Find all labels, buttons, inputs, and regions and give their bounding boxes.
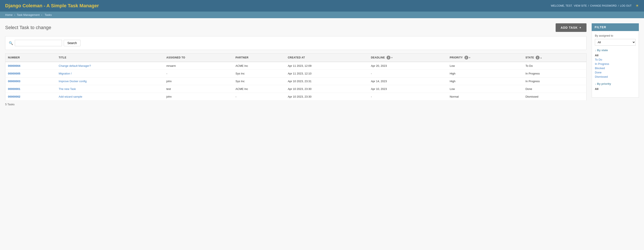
by-assigned-label: By assigned to [595, 34, 636, 37]
search-input[interactable] [15, 40, 62, 46]
page-title: Select Task to change [5, 25, 51, 30]
header-nav: WELCOME, TEST. VIEW SITE / CHANGE PASSWO… [551, 3, 639, 8]
table-row: 00000001 The new Task test ACME Inc Apr … [5, 85, 586, 93]
change-password-link[interactable]: CHANGE PASSWORD [590, 4, 617, 7]
table-row: 00000002 Add wizard sample john - Apr 10… [5, 93, 586, 101]
table-row: 00000004 Change default Manager? mrsarm … [5, 62, 586, 70]
add-task-label: ADD TASK [561, 26, 578, 29]
by-priority-label: ↓ By priority [595, 82, 636, 85]
search-button[interactable]: Search [64, 40, 80, 46]
add-task-button[interactable]: ADD TASK + [556, 23, 586, 32]
priority-filter-all[interactable]: All [595, 87, 598, 91]
task-created-at: Apr 11 2023, 12:10 [285, 70, 368, 78]
task-deadline: - [368, 93, 447, 101]
task-partner: ACME Inc [233, 62, 285, 70]
task-state: Done [523, 85, 586, 93]
col-title[interactable]: TITLE [56, 53, 164, 62]
task-title-link[interactable]: Change default Manager? [59, 64, 91, 67]
col-state[interactable]: STATE 1▲ [523, 53, 586, 62]
view-site-link[interactable]: VIEW SITE [574, 4, 587, 7]
search-bar: 🔍 Search [5, 36, 586, 50]
task-created-at: Apr 10 2023, 23:30 [285, 93, 368, 101]
filter-header: FILTER [592, 23, 639, 31]
task-number-link[interactable]: 00000005 [8, 72, 20, 75]
task-created-at: Apr 10 2023, 23:31 [285, 78, 368, 85]
content-area: Select Task to change ADD TASK + 🔍 Searc… [5, 23, 586, 106]
breadcrumb-tasks: Tasks [44, 13, 52, 16]
task-priority: Low [447, 62, 523, 70]
task-assigned-to: john [164, 93, 233, 101]
col-created-at[interactable]: CREATED AT [285, 53, 368, 62]
table-row: 00000005 Migration ! - Sys Inc Apr 11 20… [5, 70, 586, 78]
task-partner: ACME Inc [233, 85, 285, 93]
task-state: In Progress [523, 70, 586, 78]
priority-filter-links: All [595, 87, 636, 91]
state-filter-in-progress[interactable]: In Progress [595, 62, 609, 66]
col-priority[interactable]: PRIORITY 2▼ [447, 53, 523, 62]
app-header: Django Coleman - A Simple Task Manager W… [0, 0, 644, 11]
assigned-filter-select[interactable]: All john mrsarm test [595, 39, 636, 46]
breadcrumb-task-management[interactable]: Task Management [17, 13, 40, 16]
task-state: In Progress [523, 78, 586, 85]
state-filter-todo[interactable]: To Do [595, 58, 602, 61]
col-assigned-to[interactable]: ASSIGNED TO [164, 53, 233, 62]
task-number-link[interactable]: 00000004 [8, 64, 20, 67]
page-header: Select Task to change ADD TASK + [5, 23, 586, 32]
task-created-at: Apr 10 2023, 23:30 [285, 85, 368, 93]
breadcrumb-home[interactable]: Home [5, 13, 13, 16]
task-assigned-to: mrsarm [164, 62, 233, 70]
breadcrumb: Home › Task Management › Tasks [0, 11, 644, 18]
task-partner: Sys Inc [233, 78, 285, 85]
task-deadline: Apr 20, 2023 [368, 62, 447, 70]
state-filter-links: All To Do In Progress Blocked Done Dismi… [595, 53, 636, 79]
task-partner: Sys Inc [233, 70, 285, 78]
by-state-label: ↓ By state [595, 49, 636, 52]
col-number[interactable]: NUMBER [5, 53, 56, 62]
state-filter-dismissed[interactable]: Dismissed [595, 75, 608, 78]
task-count: 5 Tasks [5, 103, 586, 106]
state-filter-done[interactable]: Done [595, 71, 602, 74]
table-header: NUMBER TITLE ASSIGNED TO PARTNER CREATED… [5, 53, 586, 62]
task-table-body: 00000004 Change default Manager? mrsarm … [5, 62, 586, 101]
state-filter-all[interactable]: All [595, 54, 598, 57]
col-partner[interactable]: PARTNER [233, 53, 285, 62]
task-table: NUMBER TITLE ASSIGNED TO PARTNER CREATED… [5, 53, 586, 101]
add-icon: + [580, 26, 581, 29]
main-container: Select Task to change ADD TASK + 🔍 Searc… [0, 18, 644, 111]
task-assigned-to: - [164, 70, 233, 78]
task-deadline: Apr 10, 2023 [368, 85, 447, 93]
task-priority: High [447, 70, 523, 78]
task-state: To Do [523, 62, 586, 70]
table-row: 00000003 Improve Docker config john Sys … [5, 78, 586, 85]
sun-icon: ☀ [636, 3, 639, 8]
task-assigned-to: john [164, 78, 233, 85]
col-deadline[interactable]: DEADLINE 3▼ [368, 53, 447, 62]
task-state: Dismissed [523, 93, 586, 101]
task-number-link[interactable]: 00000001 [8, 87, 20, 91]
task-title-link[interactable]: Migration ! [59, 72, 72, 75]
task-priority: Low [447, 85, 523, 93]
state-filter-blocked[interactable]: Blocked [595, 67, 605, 70]
filter-body: By assigned to All john mrsarm test ↓ By… [592, 31, 639, 98]
log-out-link[interactable]: LOG OUT [620, 4, 632, 7]
task-priority: Normal [447, 93, 523, 101]
welcome-text: WELCOME, TEST. [551, 4, 572, 7]
task-created-at: Apr 11 2023, 12:09 [285, 62, 368, 70]
task-assigned-to: test [164, 85, 233, 93]
task-partner: - [233, 93, 285, 101]
filter-sidebar: FILTER By assigned to All john mrsarm te… [592, 23, 639, 98]
search-icon: 🔍 [9, 41, 13, 45]
task-deadline: Apr 14, 2023 [368, 78, 447, 85]
task-number-link[interactable]: 00000003 [8, 80, 20, 83]
task-title-link[interactable]: Improve Docker config [59, 80, 87, 83]
task-deadline: - [368, 70, 447, 78]
task-number-link[interactable]: 00000002 [8, 95, 20, 98]
task-title-link[interactable]: Add wizard sample [59, 95, 82, 98]
task-priority: High [447, 78, 523, 85]
task-title-link[interactable]: The new Task [59, 87, 76, 91]
app-title: Django Coleman - A Simple Task Manager [5, 3, 99, 8]
